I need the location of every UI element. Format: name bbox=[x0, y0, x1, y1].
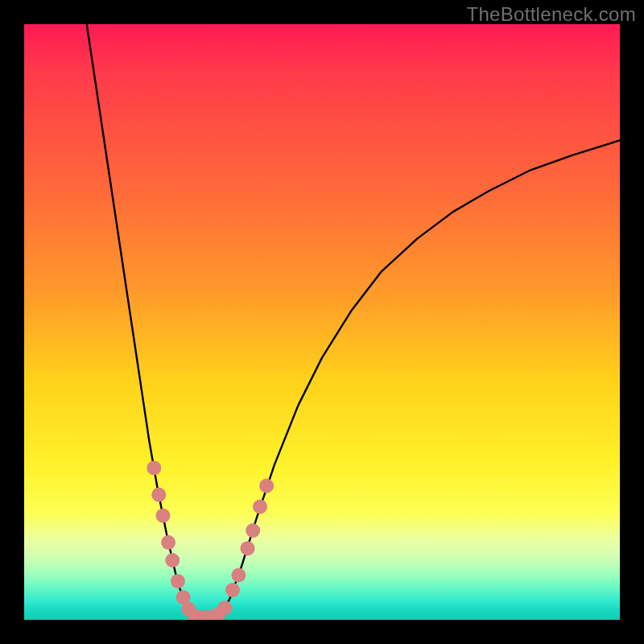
highlight-dot bbox=[246, 523, 260, 538]
highlight-dot bbox=[161, 535, 175, 550]
watermark-text: TheBottleneck.com bbox=[466, 3, 636, 26]
highlight-dot bbox=[253, 499, 267, 514]
highlight-dot bbox=[155, 509, 170, 523]
highlight-dot bbox=[217, 601, 232, 615]
chart-plot-area bbox=[24, 24, 620, 620]
highlight-dot bbox=[151, 488, 166, 502]
highlight-dots-group bbox=[147, 460, 274, 620]
chart-frame: TheBottleneck.com bbox=[0, 0, 644, 644]
highlight-dot bbox=[225, 583, 240, 597]
highlight-dot bbox=[241, 541, 255, 555]
highlight-dot bbox=[231, 568, 246, 583]
highlight-dot bbox=[165, 553, 180, 568]
highlight-dot bbox=[259, 479, 274, 493]
chart-points-layer bbox=[24, 24, 620, 620]
highlight-dot bbox=[147, 460, 161, 475]
highlight-dot bbox=[171, 574, 185, 588]
